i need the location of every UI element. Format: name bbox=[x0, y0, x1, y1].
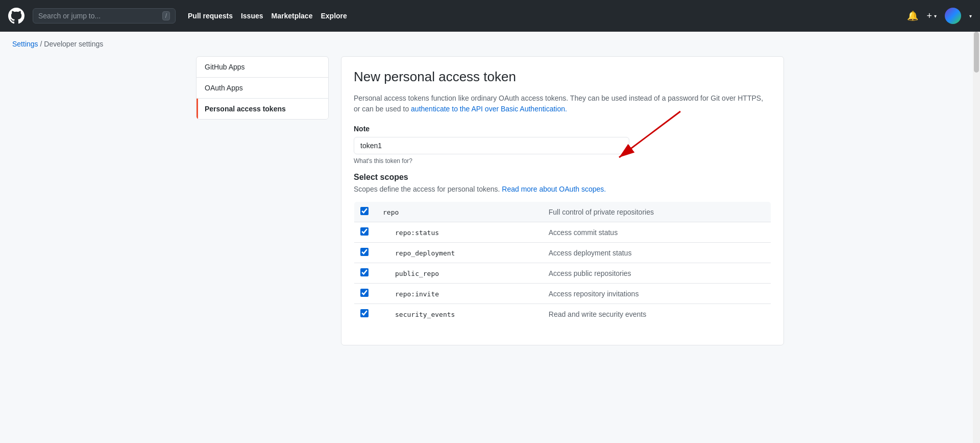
scopes-link[interactable]: Read more about OAuth scopes. bbox=[502, 185, 606, 193]
public-repo-name: public_repo bbox=[393, 270, 439, 277]
note-label: Note bbox=[354, 125, 771, 133]
repo-invite-checkbox[interactable] bbox=[360, 289, 369, 297]
search-shortcut: / bbox=[162, 11, 170, 20]
note-input-container bbox=[354, 137, 629, 154]
repo-status-desc: Access commit status bbox=[543, 222, 771, 243]
plus-menu-button[interactable]: + ▾ bbox=[926, 11, 937, 21]
public-repo-checkbox[interactable] bbox=[360, 268, 369, 276]
navbar: / Pull requests Issues Marketplace Explo… bbox=[0, 0, 980, 32]
repo-deployment-checkbox[interactable] bbox=[360, 248, 369, 256]
main-content: New personal access token Personal acces… bbox=[341, 56, 784, 345]
table-row: repo:invite Access repository invitation… bbox=[354, 284, 771, 304]
breadcrumb-current: Developer settings bbox=[44, 40, 103, 48]
description-link[interactable]: authenticate to the API over Basic Authe… bbox=[411, 105, 567, 113]
security-events-checkbox[interactable] bbox=[360, 309, 369, 317]
scopes-description: Scopes define the access for personal to… bbox=[354, 185, 771, 193]
repo-invite-name: repo:invite bbox=[393, 290, 439, 298]
nav-explore[interactable]: Explore bbox=[321, 12, 347, 20]
scopes-desc-text: Scopes define the access for personal to… bbox=[354, 185, 500, 193]
nav-links: Pull requests Issues Marketplace Explore bbox=[188, 12, 347, 20]
notifications-button[interactable]: 🔔 bbox=[907, 10, 918, 21]
table-row: public_repo Access public repositories bbox=[354, 263, 771, 284]
breadcrumb-settings[interactable]: Settings bbox=[12, 40, 38, 48]
page-layout: GitHub Apps OAuth Apps Personal access t… bbox=[184, 56, 796, 366]
plus-icon: + bbox=[926, 11, 932, 21]
security-events-desc: Read and write security events bbox=[543, 304, 771, 324]
avatar-chevron-icon: ▾ bbox=[969, 13, 972, 19]
repo-status-name: repo:status bbox=[393, 229, 439, 237]
chevron-down-icon: ▾ bbox=[934, 13, 937, 19]
sidebar-item-oauth-apps[interactable]: OAuth Apps bbox=[197, 78, 328, 99]
avatar[interactable] bbox=[945, 8, 961, 24]
note-input[interactable] bbox=[354, 137, 629, 154]
table-row: security_events Read and write security … bbox=[354, 304, 771, 324]
repo-deployment-desc: Access deployment status bbox=[543, 243, 771, 263]
table-row: repo:status Access commit status bbox=[354, 222, 771, 243]
table-row: repo Full control of private repositorie… bbox=[354, 202, 771, 222]
nav-issues[interactable]: Issues bbox=[241, 12, 263, 20]
search-input[interactable] bbox=[38, 12, 158, 20]
nav-right: 🔔 + ▾ ▾ bbox=[907, 8, 972, 24]
note-form-group: Note What's this token for? bbox=[354, 125, 771, 165]
nav-pull-requests[interactable]: Pull requests bbox=[188, 12, 233, 20]
repo-deployment-name: repo_deployment bbox=[393, 249, 455, 257]
repo-checkbox[interactable] bbox=[360, 207, 369, 215]
description: Personal access tokens function like ord… bbox=[354, 93, 771, 114]
repo-name: repo bbox=[381, 208, 399, 216]
bell-icon: 🔔 bbox=[907, 10, 918, 21]
sidebar-item-personal-access-tokens[interactable]: Personal access tokens bbox=[197, 99, 328, 119]
security-events-name: security_events bbox=[393, 311, 455, 318]
breadcrumb: Settings / Developer settings bbox=[0, 32, 980, 56]
scrollbar-thumb[interactable] bbox=[974, 32, 979, 73]
scopes-section: Select scopes Scopes define the access f… bbox=[354, 173, 771, 324]
page-title: New personal access token bbox=[354, 69, 771, 85]
repo-desc: Full control of private repositories bbox=[543, 202, 771, 222]
scrollbar-track[interactable] bbox=[973, 32, 980, 366]
scopes-table: repo Full control of private repositorie… bbox=[354, 201, 771, 324]
public-repo-desc: Access public repositories bbox=[543, 263, 771, 284]
nav-marketplace[interactable]: Marketplace bbox=[272, 12, 313, 20]
search-box[interactable]: / bbox=[33, 8, 176, 24]
sidebar-item-github-apps[interactable]: GitHub Apps bbox=[197, 57, 328, 78]
repo-invite-desc: Access repository invitations bbox=[543, 284, 771, 304]
note-hint: What's this token for? bbox=[354, 157, 771, 165]
table-row: repo_deployment Access deployment status bbox=[354, 243, 771, 263]
github-logo[interactable] bbox=[8, 8, 24, 24]
sidebar: GitHub Apps OAuth Apps Personal access t… bbox=[196, 56, 329, 120]
scopes-title: Select scopes bbox=[354, 173, 771, 182]
repo-status-checkbox[interactable] bbox=[360, 227, 369, 236]
